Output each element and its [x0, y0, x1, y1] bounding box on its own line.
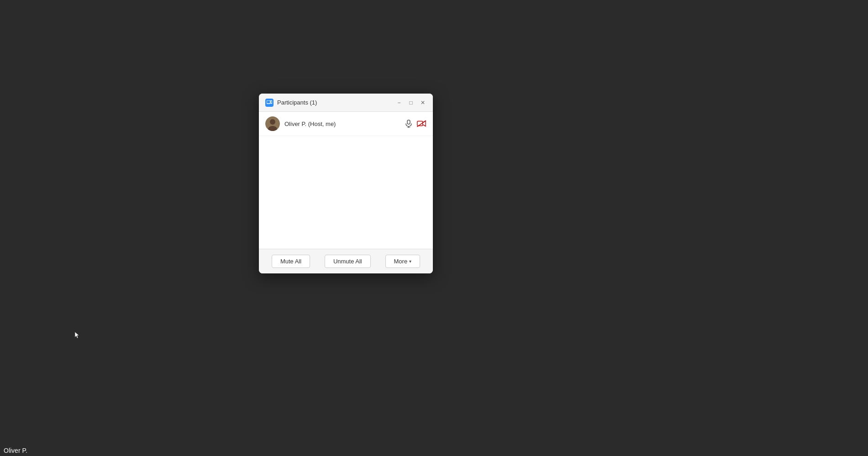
participants-list: Oliver P. (Host, me) [259, 112, 433, 249]
svg-rect-4 [407, 120, 410, 124]
svg-rect-0 [267, 100, 270, 104]
mute-all-button[interactable]: Mute All [272, 255, 310, 268]
close-button[interactable]: ✕ [419, 99, 426, 106]
participant-controls [404, 119, 426, 129]
participant-row: Oliver P. (Host, me) [259, 112, 433, 136]
more-label: More [394, 258, 408, 265]
participant-name: Oliver P. (Host, me) [284, 121, 399, 127]
zoom-logo-icon [265, 99, 274, 107]
minimize-button[interactable]: − [395, 99, 403, 106]
empty-participants-area [259, 136, 433, 241]
dialog-footer: Mute All Unmute All More ▾ [259, 249, 433, 273]
video-icon[interactable] [416, 119, 426, 129]
window-controls: − □ ✕ [395, 99, 426, 106]
maximize-button[interactable]: □ [407, 99, 415, 106]
participants-dialog: Participants (1) − □ ✕ Oliver P. (Host, … [259, 94, 433, 273]
mic-icon[interactable] [404, 119, 414, 129]
unmute-all-button[interactable]: Unmute All [325, 255, 371, 268]
bottom-name-label: Oliver P. [0, 445, 31, 456]
svg-point-2 [270, 119, 275, 125]
title-bar: Participants (1) − □ ✕ [259, 94, 433, 112]
avatar [265, 116, 280, 131]
background [0, 0, 868, 456]
chevron-down-icon: ▾ [409, 259, 411, 264]
title-bar-left: Participants (1) [265, 99, 317, 107]
dialog-title: Participants (1) [277, 99, 317, 106]
more-button[interactable]: More ▾ [385, 255, 421, 268]
